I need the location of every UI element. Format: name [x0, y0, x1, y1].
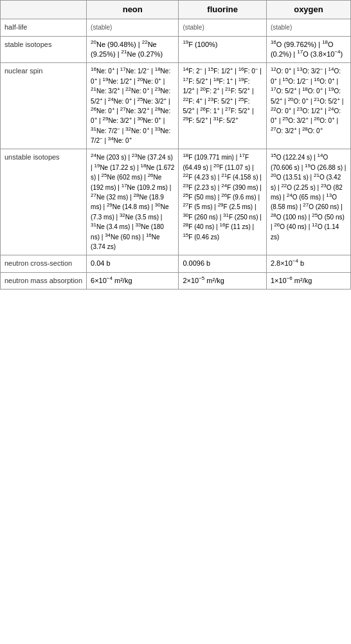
table-row: stable isotopes 20Ne (90.48%) | 22Ne (9.…: [1, 36, 351, 63]
fluorine-neutron-mass-absorption: 2×10−5 m²/kg: [179, 272, 267, 289]
table-row: half-life (stable) (stable) (stable): [1, 19, 351, 36]
half-life-label: half-life: [1, 19, 87, 36]
neon-unstable-isotopes: 24Ne (203 s) | 23Ne (37.24 s) | 19Ne (17…: [87, 149, 179, 255]
fluorine-nuclear-spin: 14F: 2− | 15F: 1/2+ | 16F: 0− | 17F: 5/2…: [179, 63, 267, 149]
oxygen-neutron-mass-absorption: 1×10−6 m²/kg: [266, 272, 350, 289]
neon-neutron-mass-absorption: 6×10−4 m²/kg: [87, 272, 179, 289]
neon-stable-isotopes: 20Ne (90.48%) | 22Ne (9.25%) | 21Ne (0.2…: [87, 36, 179, 63]
fluorine-unstable-isotopes: 18F (109.771 min) | 17F (64.49 s) | 20F …: [179, 149, 267, 255]
neutron-mass-absorption-label: neutron mass absorption: [1, 272, 87, 289]
neon-header: neon: [87, 1, 179, 19]
fluorine-header: fluorine: [179, 1, 267, 19]
neon-nuclear-spin: 16Ne: 0+ | 17Ne: 1/2− | 18Ne: 0+ | 19Ne:…: [87, 63, 179, 149]
fluorine-half-life: (stable): [179, 19, 267, 36]
neutron-cross-section-label: neutron cross-section: [1, 255, 87, 272]
oxygen-half-life: (stable): [266, 19, 350, 36]
fluorine-neutron-cross-section: 0.0096 b: [179, 255, 267, 272]
empty-header: [1, 1, 87, 19]
table-row: neutron mass absorption 6×10−4 m²/kg 2×1…: [1, 272, 351, 289]
fluorine-stable-isotopes: 19F (100%): [179, 36, 267, 63]
unstable-isotopes-label: unstable isotopes: [1, 149, 87, 255]
stable-isotopes-label: stable isotopes: [1, 36, 87, 63]
oxygen-unstable-isotopes: 15O (122.24 s) | 14O (70.606 s) | 19O (2…: [266, 149, 350, 255]
oxygen-neutron-cross-section: 2.8×10−4 b: [266, 255, 350, 272]
oxygen-stable-isotopes: 16O (99.762%) | 18O (0.2%) | 17O (3.8×10…: [266, 36, 350, 63]
nuclear-spin-label: nuclear spin: [1, 63, 87, 149]
neon-neutron-cross-section: 0.04 b: [87, 255, 179, 272]
oxygen-header: oxygen: [266, 1, 350, 19]
table-row: nuclear spin 16Ne: 0+ | 17Ne: 1/2− | 18N…: [1, 63, 351, 149]
oxygen-nuclear-spin: 12O: 0+ | 13O: 3/2− | 14O: 0+ | 15O: 1/2…: [266, 63, 350, 149]
table-row: neutron cross-section 0.04 b 0.0096 b 2.…: [1, 255, 351, 272]
neon-half-life: (stable): [87, 19, 179, 36]
table-row: unstable isotopes 24Ne (203 s) | 23Ne (3…: [1, 149, 351, 255]
